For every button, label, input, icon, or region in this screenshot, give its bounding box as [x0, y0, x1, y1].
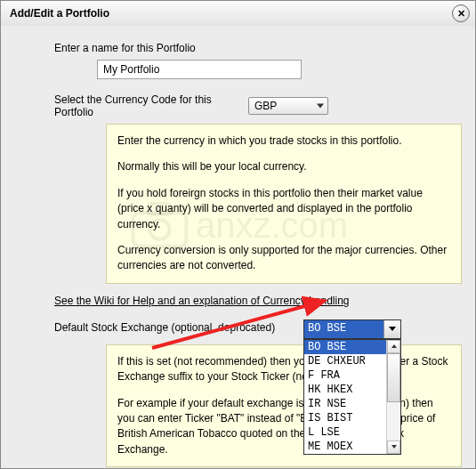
wiki-link[interactable]: See the Wiki for Help and an explanation… [17, 295, 459, 307]
exchange-option[interactable]: HK HKEX [304, 383, 386, 397]
dialog-window: Add/Edit a Portfolio ✕ Enter a name for … [0, 0, 476, 469]
dialog-content: Enter a name for this Portfolio Select t… [1, 26, 475, 468]
name-label: Enter a name for this Portfolio [17, 42, 459, 54]
help-text: Normally this will be your local currenc… [117, 159, 450, 174]
scroll-down-button[interactable] [387, 441, 400, 454]
exchange-option[interactable]: L LSE [304, 425, 386, 440]
help-text: Enter the currency in which you trade st… [117, 133, 450, 149]
close-button[interactable]: ✕ [452, 4, 470, 22]
name-section: Enter a name for this Portfolio [17, 42, 459, 79]
chevron-down-icon [317, 104, 324, 109]
exchange-dropdown: BO BSEDE CHXEURF FRAHK HKEXIR NSEIS BIST… [303, 339, 401, 455]
exchange-option[interactable]: IS BIST [304, 411, 386, 425]
currency-help-box: Enter the currency in which you trade st… [106, 124, 462, 284]
exchange-option[interactable]: DE CHXEUR [304, 354, 386, 368]
scroll-up-button[interactable] [387, 340, 400, 353]
exchange-row: Default Stock Exchange (optional, deproc… [17, 319, 459, 339]
titlebar: Add/Edit a Portfolio ✕ [1, 1, 475, 27]
triangle-down-icon [389, 327, 396, 331]
scroll-track[interactable] [387, 353, 400, 441]
help-text: Currency conversion is only supported fo… [117, 243, 450, 274]
window-title: Add/Edit a Portfolio [10, 7, 452, 20]
exchange-option[interactable]: IR NSE [304, 397, 386, 411]
exchange-value: BO BSE [304, 320, 383, 338]
exchange-combo-button[interactable] [383, 320, 400, 338]
close-icon: ✕ [457, 9, 465, 19]
portfolio-name-input[interactable] [97, 60, 302, 79]
help-text: If you hold foreirgn stocks in this port… [117, 186, 450, 232]
currency-label: Select the Currency Code for this Portfo… [17, 93, 248, 118]
scrollbar[interactable] [386, 340, 400, 454]
currency-value: GBP [254, 100, 277, 112]
exchange-help-box: If this is set (not recommended) then yo… [106, 344, 462, 467]
exchange-option[interactable]: F FRA [304, 368, 386, 383]
exchange-combo[interactable]: BO BSE [303, 319, 401, 339]
exchange-option[interactable]: BO BSE [304, 340, 386, 354]
currency-row: Select the Currency Code for this Portfo… [17, 93, 459, 118]
currency-combo[interactable]: GBP [248, 97, 328, 115]
scroll-thumb[interactable] [387, 353, 400, 402]
exchange-label: Default Stock Exchange (optional, deproc… [54, 319, 303, 334]
exchange-option[interactable]: ME MOEX [304, 440, 386, 454]
